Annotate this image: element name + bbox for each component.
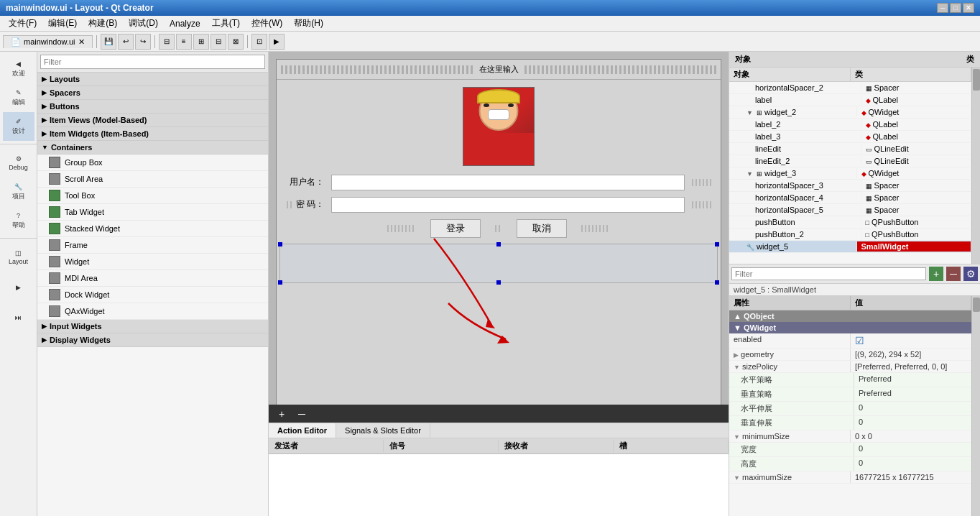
handle-tm[interactable]	[496, 242, 501, 247]
category-item-widgets[interactable]: ▶ Item Widgets (Item-Based)	[37, 127, 268, 141]
remove-signal-button[interactable]: ─	[295, 407, 309, 421]
menu-widgets[interactable]: 控件(W)	[246, 16, 288, 31]
canvas-area[interactable]: 在这里输入	[269, 52, 729, 405]
props-row-sizepolicy[interactable]: ▼ sizePolicy [Preferred, Preferred, 0, 0…	[729, 361, 971, 373]
undo-button[interactable]: ↩	[118, 34, 134, 50]
widget-item-groupbox[interactable]: Group Box	[37, 155, 268, 171]
layout-grid-button[interactable]: ⊞	[193, 34, 209, 50]
props-row-width[interactable]: 宽度 0	[729, 443, 971, 457]
menu-help[interactable]: 帮助(H)	[288, 16, 329, 31]
menu-build[interactable]: 构建(B)	[83, 16, 123, 31]
props-scrollbar[interactable]	[971, 296, 980, 516]
handle-tr[interactable]	[715, 242, 719, 247]
widget-filter-input[interactable]	[40, 55, 265, 69]
layout-v-button[interactable]: ≡	[176, 34, 192, 50]
left-icon-layout[interactable]: ◫ Layout	[3, 243, 34, 272]
widget-item-qaxwidget[interactable]: QAxWidget	[37, 303, 268, 320]
adjust-size-button[interactable]: ⊡	[251, 34, 267, 50]
obj-row-widget2[interactable]: ▼ ⊞ widget_2 ◆ QWidget	[729, 106, 971, 119]
obj-row-pushbutton[interactable]: pushButton □ QPushButton	[729, 216, 971, 229]
props-row-height[interactable]: 高度 0	[729, 457, 971, 471]
props-add-btn[interactable]: +	[929, 267, 943, 281]
props-row-v-policy[interactable]: 垂直策略 Preferred	[729, 387, 971, 402]
obj-row-lineedit2[interactable]: lineEdit_2 ▭ QLineEdit	[729, 155, 971, 167]
props-remove-btn[interactable]: ─	[946, 267, 961, 281]
props-options-btn[interactable]: ⚙	[963, 267, 978, 281]
minimize-button[interactable]: ─	[937, 3, 948, 13]
enabled-checkbox[interactable]: ☑	[855, 335, 864, 346]
close-tab-icon[interactable]: ✕	[78, 37, 85, 47]
add-signal-button[interactable]: +	[274, 407, 289, 421]
obj-row-pushbutton2[interactable]: pushButton_2 □ QPushButton	[729, 229, 971, 241]
obj-row-label3[interactable]: label_3 ◆ QLabel	[729, 131, 971, 143]
obj-row-hspacer2[interactable]: horizontalSpacer_2 ▦ Spacer	[729, 82, 971, 94]
obj-row-label2[interactable]: label_2 ◆ QLabel	[729, 119, 971, 131]
save-button[interactable]: 💾	[101, 34, 116, 50]
left-icon-welcome[interactable]: ◀ 欢迎	[3, 55, 34, 83]
menu-edit[interactable]: 编辑(E)	[42, 16, 83, 31]
obj-row-hspacer3[interactable]: horizontalSpacer_3 ▦ Spacer	[729, 180, 971, 192]
widget-item-frame[interactable]: Frame	[37, 237, 268, 254]
category-display[interactable]: ▶ Display Widgets	[37, 333, 268, 347]
password-input[interactable]	[331, 197, 685, 213]
obj-row-label[interactable]: label ◆ QLabel	[729, 94, 971, 106]
widget-item-stackedwidget[interactable]: Stacked Widget	[37, 221, 268, 237]
category-layouts[interactable]: ▶ Layouts	[37, 73, 268, 86]
widget-item-tabwidget[interactable]: Tab Widget	[37, 204, 268, 221]
cancel-button[interactable]: 取消	[517, 219, 567, 238]
handle-bl[interactable]	[278, 280, 282, 285]
obj-row-widget3[interactable]: ▼ ⊞ widget_3 ◆ QWidget	[729, 167, 971, 180]
widget-item-toolbox[interactable]: Tool Box	[37, 188, 268, 204]
left-icon-edit[interactable]: ✎ 编辑	[3, 83, 34, 112]
category-input[interactable]: ▶ Input Widgets	[37, 320, 268, 333]
login-button[interactable]: 登录	[430, 219, 481, 238]
obj-row-widget5[interactable]: 🔧 widget_5 SmallWidget	[729, 241, 971, 253]
scrollbar-thumb[interactable]	[973, 69, 980, 91]
menu-analyze[interactable]: Analyze	[164, 17, 206, 30]
left-icon-design[interactable]: ✐ 设计	[3, 112, 34, 141]
props-row-geometry[interactable]: ▶ geometry [(9, 262), 294 x 52]	[729, 349, 971, 361]
tab-signals-slots[interactable]: Signals & Slots Editor	[336, 423, 430, 438]
props-row-enabled[interactable]: enabled ☑	[729, 333, 971, 349]
widget-item-widget[interactable]: Widget	[37, 254, 268, 270]
menu-debug[interactable]: 调试(D)	[123, 16, 164, 31]
props-scrollbar-thumb[interactable]	[973, 298, 980, 312]
props-row-h-stretch[interactable]: 水平伸展 0	[729, 402, 971, 416]
left-icon-run[interactable]: ▶	[3, 273, 34, 302]
object-scrollbar[interactable]	[971, 68, 980, 264]
break-layout-button[interactable]: ⊠	[228, 34, 244, 50]
close-button[interactable]: ✕	[963, 3, 974, 13]
handle-bm[interactable]	[496, 280, 501, 285]
maximize-button[interactable]: □	[950, 3, 961, 13]
left-icon-help[interactable]: ? 帮助	[3, 206, 34, 235]
props-row-minsize[interactable]: ▼ minimumSize 0 x 0	[729, 430, 971, 443]
toolbar-tab-file[interactable]: 📄 mainwindow.ui ✕	[3, 35, 93, 48]
menu-tools[interactable]: 工具(T)	[206, 16, 246, 31]
menu-file[interactable]: 文件(F)	[3, 16, 42, 31]
redo-button[interactable]: ↪	[135, 34, 151, 50]
category-item-views[interactable]: ▶ Item Views (Model-Based)	[37, 114, 268, 127]
obj-row-lineedit[interactable]: lineEdit ▭ QLineEdit	[729, 143, 971, 155]
widget5-selection[interactable]	[279, 244, 718, 283]
left-icon-debug[interactable]: ⚙ Debug	[3, 149, 34, 178]
left-icon-debug2[interactable]: ⏭	[3, 303, 34, 332]
left-icon-project[interactable]: 🔧 项目	[3, 178, 34, 206]
form-canvas[interactable]: 在这里输入	[276, 59, 721, 405]
widget-item-mdiarea[interactable]: MDI Area	[37, 270, 268, 287]
props-row-h-policy[interactable]: 水平策略 Preferred	[729, 373, 971, 387]
username-input[interactable]	[331, 175, 685, 190]
widget-item-scrollarea[interactable]: Scroll Area	[37, 171, 268, 188]
layout-form-button[interactable]: ⊟	[211, 34, 226, 50]
widget-item-dockwidget[interactable]: Dock Widget	[37, 287, 268, 303]
props-row-v-stretch[interactable]: 垂直伸展 0	[729, 416, 971, 430]
obj-row-hspacer5[interactable]: horizontalSpacer_5 ▦ Spacer	[729, 204, 971, 216]
props-filter-input[interactable]	[731, 267, 926, 280]
handle-tl[interactable]	[278, 242, 282, 247]
props-row-maxsize[interactable]: ▼ maximumSize 16777215 x 16777215	[729, 471, 971, 484]
category-buttons[interactable]: ▶ Buttons	[37, 100, 268, 114]
preview-button[interactable]: ▶	[269, 34, 285, 50]
category-containers[interactable]: ▼ Containers	[37, 141, 268, 155]
handle-br[interactable]	[715, 280, 719, 285]
layout-h-button[interactable]: ⊟	[159, 34, 175, 50]
obj-row-hspacer4[interactable]: horizontalSpacer_4 ▦ Spacer	[729, 192, 971, 204]
